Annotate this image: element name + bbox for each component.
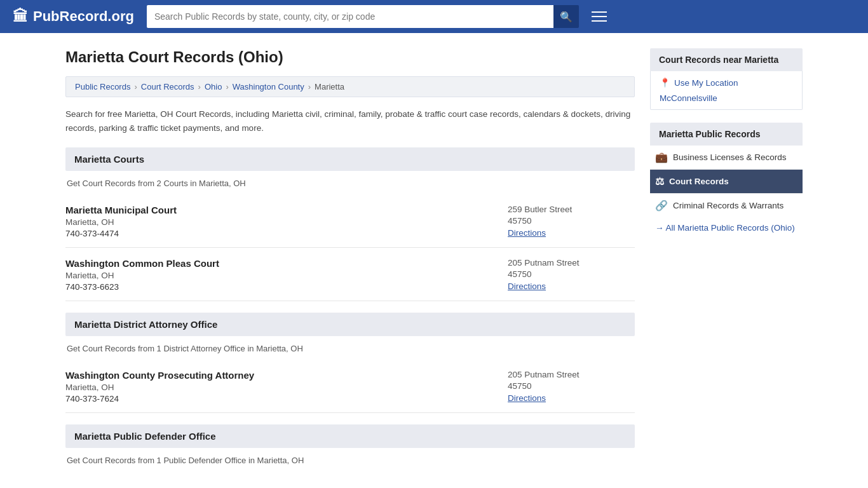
search-bar: 🔍 (147, 5, 579, 28)
sidebar-nearby-body: 📍 Use My Location McConnelsville (650, 71, 803, 110)
court-info-1: Marietta Municipal Court Marietta, OH 74… (65, 205, 177, 238)
court-phone-1: 740-373-4474 (65, 229, 177, 238)
all-records-link[interactable]: → All Marietta Public Records (Ohio) (650, 217, 803, 238)
sidebar-public-records-title: Marietta Public Records (650, 123, 803, 146)
site-header: 🏛 PubRecord.org 🔍 (0, 0, 868, 33)
breadcrumb-public-records[interactable]: Public Records (75, 82, 130, 92)
da-street-1: 205 Putnam Street (508, 370, 635, 379)
court-zip-2: 45750 (508, 269, 635, 279)
court-city-2: Marietta, OH (65, 271, 219, 280)
court-records-label: Court Records (669, 177, 729, 186)
da-name-1: Washington County Prosecuting Attorney (65, 370, 254, 381)
search-input[interactable] (147, 5, 553, 28)
courts-sub-desc: Get Court Records from 2 Courts in Marie… (65, 179, 635, 188)
briefcase-icon: 💼 (655, 151, 668, 163)
court-phone-2: 740-373-6623 (65, 282, 219, 292)
criminal-records-link[interactable]: 🔗 Criminal Records & Warrants (650, 194, 803, 217)
directions-link-da[interactable]: Directions (508, 393, 546, 403)
breadcrumb-sep-1: › (134, 82, 137, 92)
sidebar-item-criminal-records: 🔗 Criminal Records & Warrants (650, 194, 803, 217)
court-street-2: 205 Putnam Street (508, 258, 635, 268)
search-icon: 🔍 (560, 11, 573, 23)
main-content: Marietta Court Records (Ohio) Public Rec… (65, 48, 635, 474)
use-location-link[interactable]: 📍 Use My Location (660, 78, 793, 88)
court-zip-1: 45750 (508, 216, 635, 226)
nearby-city-link[interactable]: McConnelsville (660, 93, 717, 103)
breadcrumb-sep-2: › (198, 82, 201, 92)
court-address-2: 205 Putnam Street 45750 Directions (508, 258, 635, 292)
court-name-2: Washington Common Pleas Court (65, 258, 219, 269)
menu-button[interactable] (589, 9, 609, 24)
menu-bar-3 (592, 20, 607, 22)
da-sub-desc: Get Court Records from 1 District Attorn… (65, 344, 635, 353)
sidebar-public-records-section: Marietta Public Records 💼 Business Licen… (650, 123, 803, 238)
sidebar-nearby-section: Court Records near Marietta 📍 Use My Loc… (650, 48, 803, 110)
scales-icon: ⚖ (655, 175, 664, 187)
site-logo[interactable]: 🏛 PubRecord.org (13, 8, 134, 25)
directions-link-1[interactable]: Directions (508, 228, 546, 238)
da-address-1: 205 Putnam Street 45750 Directions (508, 370, 635, 403)
page-title: Marietta Court Records (Ohio) (65, 48, 635, 66)
sidebar-links-list: 💼 Business Licenses & Records ⚖ Court Re… (650, 146, 803, 217)
menu-bar-1 (592, 11, 607, 13)
sidebar: Court Records near Marietta 📍 Use My Loc… (650, 48, 803, 474)
sidebar-item-court-records: ⚖ Court Records (650, 170, 803, 194)
directions-link-2[interactable]: Directions (508, 281, 546, 291)
court-entry-2: Washington Common Pleas Court Marietta, … (65, 250, 635, 301)
court-records-link[interactable]: ⚖ Court Records (650, 170, 803, 193)
sidebar-nearby-title: Court Records near Marietta (650, 48, 803, 71)
breadcrumb: Public Records › Court Records › Ohio › … (65, 76, 635, 97)
search-button[interactable]: 🔍 (553, 5, 579, 28)
court-address-1: 259 Butler Street 45750 Directions (508, 205, 635, 238)
da-section-header: Marietta District Attorney Office (65, 313, 635, 336)
use-location-label: Use My Location (674, 78, 738, 88)
breadcrumb-washington-county[interactable]: Washington County (233, 82, 304, 92)
page-description: Search for free Marietta, OH Court Recor… (65, 107, 635, 135)
link-icon: 🔗 (655, 200, 668, 212)
pd-sub-desc: Get Court Records from 1 Public Defender… (65, 456, 635, 465)
criminal-records-label: Criminal Records & Warrants (673, 201, 783, 210)
page-wrap: Marietta Court Records (Ohio) Public Rec… (53, 33, 815, 488)
court-street-1: 259 Butler Street (508, 205, 635, 214)
menu-bar-2 (592, 16, 607, 17)
logo-text: PubRecord.org (33, 8, 134, 25)
location-icon: 📍 (660, 78, 670, 88)
breadcrumb-sep-3: › (226, 82, 228, 92)
da-zip-1: 45750 (508, 381, 635, 391)
breadcrumb-court-records[interactable]: Court Records (141, 82, 194, 92)
sidebar-item-business: 💼 Business Licenses & Records (650, 146, 803, 170)
court-info-2: Washington Common Pleas Court Marietta, … (65, 258, 219, 292)
court-city-1: Marietta, OH (65, 217, 177, 227)
da-info-1: Washington County Prosecuting Attorney M… (65, 370, 254, 403)
court-entry-1: Marietta Municipal Court Marietta, OH 74… (65, 197, 635, 248)
da-entry-1: Washington County Prosecuting Attorney M… (65, 362, 635, 413)
da-city-1: Marietta, OH (65, 383, 254, 392)
da-phone-1: 740-373-7624 (65, 394, 254, 403)
breadcrumb-ohio[interactable]: Ohio (205, 82, 222, 92)
breadcrumb-current: Marietta (315, 82, 344, 92)
breadcrumb-sep-4: › (308, 82, 311, 92)
logo-icon: 🏛 (13, 8, 28, 25)
courts-section-header: Marietta Courts (65, 147, 635, 171)
business-licenses-label: Business Licenses & Records (673, 152, 787, 162)
court-name-1: Marietta Municipal Court (65, 205, 177, 215)
business-licenses-link[interactable]: 💼 Business Licenses & Records (650, 146, 803, 169)
pd-section-header: Marietta Public Defender Office (65, 424, 635, 448)
